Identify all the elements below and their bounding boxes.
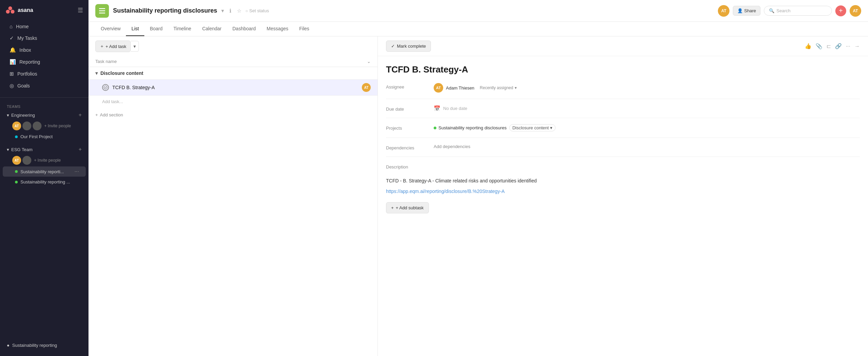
add-task-inline[interactable]: Add task... (89, 96, 377, 108)
add-task-button[interactable]: ＋ + Add task (95, 41, 131, 52)
disclosure-content-badge[interactable]: Disclosure content ▾ (509, 124, 556, 131)
bottom-item-label: Sustainability reporting (12, 343, 57, 348)
chart-icon: 📊 (10, 59, 16, 65)
project-item-sustainability-1[interactable]: Sustainability reporti... ··· (3, 166, 86, 177)
bell-icon: 🔔 (10, 47, 16, 53)
svg-rect-4 (99, 10, 105, 11)
add-subtask-label: + Add subtask (396, 205, 424, 210)
tab-messages[interactable]: Messages (261, 22, 294, 36)
share-button[interactable]: 👤 Share (733, 6, 760, 16)
add-section-button[interactable]: + Add section (89, 108, 377, 122)
tab-timeline[interactable]: Timeline (168, 22, 197, 36)
user-avatar-topbar: AT (718, 5, 729, 17)
paperclip-icon[interactable]: 📎 (816, 43, 822, 49)
due-date-field: Due date 📅 No due date (386, 105, 860, 118)
subtask-icon[interactable]: ⊏ (826, 43, 831, 49)
plus-icon: + (391, 205, 394, 210)
calendar-icon: 📅 (434, 105, 440, 112)
add-subtask-button[interactable]: + + Add subtask (386, 202, 429, 213)
tab-board[interactable]: Board (144, 22, 168, 36)
sidebar-item-my-tasks[interactable]: ✓ My Tasks (3, 32, 86, 44)
hamburger-icon[interactable]: ☰ (78, 6, 83, 14)
recently-assigned-badge[interactable]: Recently assigned ▾ (480, 85, 517, 90)
project-dot (15, 135, 18, 138)
more-icon[interactable]: ··· (846, 43, 850, 49)
info-icon[interactable]: ℹ (228, 6, 233, 15)
task-list-header: Task name ⌄ (89, 56, 377, 67)
disclosure-content-label: Disclosure content (512, 125, 549, 130)
add-esg-member-button[interactable]: + (79, 146, 82, 152)
description-link[interactable]: https://app.eqm.ai/reporting/disclosure/… (386, 189, 505, 194)
sidebar-item-inbox[interactable]: 🔔 Inbox (3, 44, 86, 56)
table-row[interactable]: TCFD B. Strategy-A AT (89, 80, 377, 96)
sustainability-reporting-bottom[interactable]: ● Sustainability reporting (0, 340, 89, 351)
team-engineering-header[interactable]: ▾ Engineering + (0, 110, 89, 120)
asana-logo[interactable]: asana (5, 5, 33, 15)
chevron-down-icon: ▾ (550, 125, 552, 130)
project-name: Sustainability reporting ... (20, 179, 79, 184)
add-dependencies-button[interactable]: Add dependencies (434, 144, 470, 149)
chevron-down-icon: ▾ (515, 85, 517, 90)
circle-icon: ○ (245, 9, 248, 13)
sidebar-item-reporting[interactable]: 📊 Reporting (3, 56, 86, 68)
plus-icon: ＋ (100, 43, 104, 49)
avatar (22, 122, 31, 130)
search-bar[interactable]: 🔍 Search (764, 6, 832, 16)
checkmark-icon: ✓ (391, 44, 395, 49)
assignee-label: Assignee (386, 83, 427, 90)
set-status-label: Set status (249, 8, 269, 13)
close-panel-icon[interactable]: → (854, 43, 860, 49)
task-name: TCFD B. Strategy-A (112, 85, 358, 90)
tabs: Overview List Board Timeline Calendar Da… (89, 22, 868, 36)
mark-complete-button[interactable]: ✓ Mark complete (386, 41, 431, 52)
dependencies-field: Dependencies Add dependencies (386, 144, 860, 157)
sort-icon[interactable]: ⌄ (367, 59, 371, 64)
sidebar-top: asana ☰ (0, 0, 89, 18)
tab-dashboard[interactable]: Dashboard (227, 22, 261, 36)
thumbs-up-icon[interactable]: 👍 (805, 43, 811, 49)
project-badge: Sustainability reporting disclosures (434, 125, 507, 130)
sidebar-item-home[interactable]: ⌂ Home (3, 21, 86, 32)
home-icon: ⌂ (10, 23, 13, 29)
section-collapse-icon[interactable]: ▾ (95, 70, 98, 76)
project-item-sustainability-2[interactable]: Sustainability reporting ... (3, 177, 86, 187)
add-task-dropdown-arrow[interactable]: ▾ (131, 41, 139, 52)
user-avatar-right: AT (850, 5, 861, 17)
description-section: Description TCFD - B. Strategy-A - Clima… (386, 163, 860, 194)
description-text: TCFD - B. Strategy-A - Climate related r… (386, 177, 860, 184)
content: ＋ + Add task ▾ Task name ⌄ ▾ Disclosure … (89, 36, 868, 356)
project-more-icon[interactable]: ··· (75, 168, 79, 175)
grid-icon: ⊞ (10, 71, 14, 77)
tab-overview[interactable]: Overview (95, 22, 126, 36)
add-engineering-member-button[interactable]: + (79, 112, 82, 118)
engineering-members: AT + Invite people (0, 120, 89, 132)
add-task-inline-label: Add task... (102, 99, 123, 104)
link-icon[interactable]: 🔗 (835, 43, 842, 49)
add-button[interactable]: + (835, 5, 846, 16)
tab-calendar[interactable]: Calendar (197, 22, 227, 36)
add-task-label: + Add task (106, 44, 126, 49)
avatar: AT (12, 122, 21, 130)
invite-people-link[interactable]: + Invite people (44, 124, 71, 128)
teams-label: Teams (0, 100, 89, 110)
project-name: Sustainability reporti... (20, 169, 70, 174)
sidebar-item-portfolios[interactable]: ⊞ Portfolios (3, 68, 86, 80)
chevron-down-icon: ▾ (7, 113, 9, 118)
svg-point-1 (6, 10, 10, 14)
dependencies-label: Dependencies (386, 144, 427, 150)
tab-files[interactable]: Files (294, 22, 315, 36)
team-esg-header[interactable]: ▾ ESG Team + (0, 144, 89, 155)
search-placeholder: Search (776, 8, 790, 13)
sidebar-item-goals[interactable]: ◎ Goals (3, 80, 86, 92)
set-status-button[interactable]: ○ Set status (245, 8, 269, 13)
mark-complete-label: Mark complete (397, 44, 426, 49)
project-item-our-first-project[interactable]: Our First Project (3, 132, 86, 141)
task-check-icon[interactable] (102, 84, 109, 91)
chevron-down-icon: ▾ (7, 147, 9, 152)
project-dot (15, 181, 18, 183)
invite-people-link[interactable]: + Invite people (34, 158, 61, 163)
tab-list[interactable]: List (126, 22, 144, 36)
chevron-down-icon[interactable]: ▾ (220, 6, 225, 15)
topbar-right: AT 👤 Share 🔍 Search + AT (718, 5, 861, 17)
star-icon[interactable]: ☆ (236, 6, 243, 15)
